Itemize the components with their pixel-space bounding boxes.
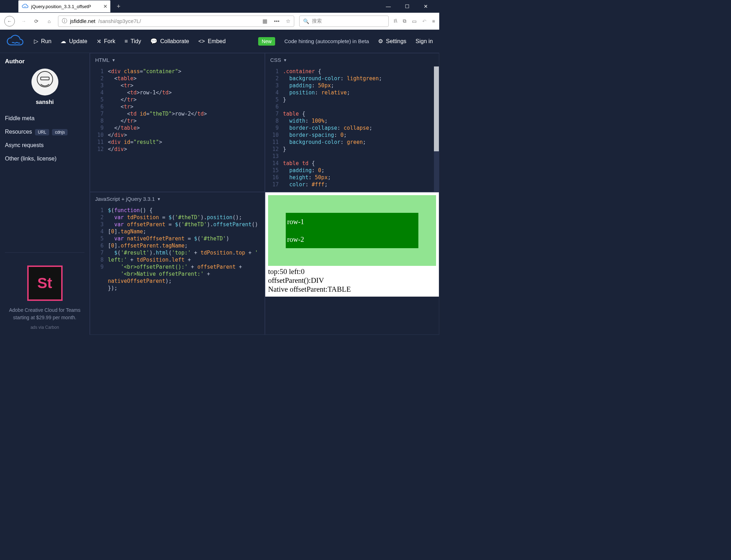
library-icon[interactable]: ⫴\: [394, 18, 397, 24]
browser-chrome: jQuery.position_3.3.1_offsetP ✕ + — ☐ ✕ …: [0, 0, 439, 30]
more-icon[interactable]: •••: [274, 18, 279, 24]
author-name[interactable]: sanshi: [5, 99, 85, 105]
back-button[interactable]: ←: [4, 16, 15, 27]
table-cell: row-1: [286, 213, 418, 231]
url-host: jsfiddle.net: [70, 18, 95, 24]
chevron-down-icon: ▼: [283, 58, 287, 62]
result-container: row-1 row-2: [268, 195, 436, 266]
embed-button[interactable]: <>Embed: [198, 38, 226, 45]
sidebar-resources[interactable]: Resources URL cdnjs: [5, 125, 85, 139]
svg-point-0: [24, 6, 25, 7]
fork-icon: ⤨: [97, 38, 101, 45]
svg-point-2: [31, 69, 58, 95]
search-placeholder: 搜索: [312, 18, 322, 24]
ad-tile[interactable]: St: [27, 266, 63, 301]
js-editor[interactable]: 123456789 $(function() { var tdPosition …: [90, 205, 265, 334]
result-table: row-1 row-2: [286, 213, 418, 248]
ad-via[interactable]: ads via Carbon: [5, 325, 85, 330]
result-panel: row-1 row-2 top:50 left:0 offsetParent()…: [265, 192, 439, 335]
jsfiddle-logo[interactable]: [6, 34, 25, 48]
forward-button[interactable]: →: [20, 17, 28, 25]
author-heading: Author: [5, 58, 85, 65]
collaborate-button[interactable]: 💬Collaborate: [150, 38, 189, 45]
ad-copy[interactable]: Adobe Creative Cloud for Teams starting …: [5, 307, 85, 321]
bookmark-star-icon[interactable]: ☆: [286, 18, 290, 24]
qr-icon[interactable]: ▦: [262, 18, 267, 24]
js-panel-header[interactable]: JavaScript + jQuery 3.3.1▼: [90, 192, 265, 205]
search-icon: 🔍: [303, 18, 309, 24]
fork-button[interactable]: ⤨Fork: [97, 38, 115, 45]
avatar[interactable]: [31, 69, 58, 95]
css-editor[interactable]: 1234567891011121314151617 .container { b…: [265, 66, 439, 192]
chat-icon: 💬: [150, 38, 157, 45]
settings-button[interactable]: ⚙Settings: [378, 38, 406, 45]
screenshot-icon[interactable]: ⧉: [403, 18, 406, 24]
table-cell: row-2: [286, 231, 418, 248]
js-panel: JavaScript + jQuery 3.3.1▼ 123456789 $(f…: [90, 192, 265, 335]
result-output: row-1 row-2 top:50 left:0 offsetParent()…: [265, 192, 439, 297]
menu-icon[interactable]: ≡: [432, 18, 435, 24]
sidebar-fiddle-meta[interactable]: Fiddle meta: [5, 112, 85, 125]
cloud-up-icon: ☁: [60, 38, 66, 45]
close-window-icon[interactable]: ✕: [424, 4, 428, 9]
cloud-icon: [22, 4, 28, 9]
css-panel: CSS▼ 1234567891011121314151617 .containe…: [265, 53, 439, 192]
result-text: top:50 left:0 offsetParent():DIV Native …: [268, 267, 436, 294]
embed-icon: <>: [198, 38, 205, 45]
url-pill[interactable]: URL: [35, 129, 49, 135]
url-bar-row: ← → ⟳ ⌂ ⓘ jsfiddle.net/sanshi/qp3yce7L/ …: [0, 13, 439, 30]
css-panel-header[interactable]: CSS▼: [265, 53, 439, 66]
ad-region: St Adobe Creative Cloud for Teams starti…: [5, 252, 85, 330]
active-tab[interactable]: jQuery.position_3.3.1_offsetP ✕: [18, 0, 110, 12]
play-icon: ▷: [34, 38, 38, 45]
sliders-icon: ⚙: [378, 38, 383, 45]
home-button[interactable]: ⌂: [45, 17, 53, 25]
app-toolbar: ▷Run ☁Update ⤨Fork ≡Tidy 💬Collaborate <>…: [0, 30, 439, 53]
maximize-icon[interactable]: ☐: [405, 4, 410, 9]
chevron-down-icon: ▼: [112, 58, 116, 62]
code-hinting-link[interactable]: Code hinting (autocomplete) in Beta: [284, 38, 369, 44]
scrollbar-thumb[interactable]: [434, 66, 439, 151]
minimize-icon[interactable]: —: [386, 4, 391, 9]
tidy-icon: ≡: [124, 38, 128, 45]
new-pill: New: [258, 37, 275, 46]
url-input[interactable]: ⓘ jsfiddle.net/sanshi/qp3yce7L/ ▦ ••• ☆: [58, 16, 294, 27]
signin-button[interactable]: Sign in: [416, 38, 433, 45]
sidebar: Author sanshi Fiddle meta Resources URL …: [0, 53, 90, 335]
sidebar-other[interactable]: Other (links, license): [5, 152, 85, 165]
tab-bar: jQuery.position_3.3.1_offsetP ✕ + — ☐ ✕: [0, 0, 439, 13]
info-icon[interactable]: ⓘ: [62, 18, 67, 24]
tidy-button[interactable]: ≡Tidy: [124, 38, 141, 45]
new-tab-button[interactable]: +: [117, 3, 121, 10]
search-input[interactable]: 🔍 搜索: [299, 16, 389, 27]
undo-icon[interactable]: ↶: [422, 18, 427, 24]
html-editor[interactable]: 123456789101112 <div class="container"> …: [90, 66, 265, 192]
reload-button[interactable]: ⟳: [33, 17, 40, 25]
html-panel-header[interactable]: HTML▼: [90, 53, 265, 66]
cdnjs-pill[interactable]: cdnjs: [52, 129, 68, 135]
run-button[interactable]: ▷Run: [34, 38, 51, 45]
tab-title: jQuery.position_3.3.1_offsetP: [31, 4, 100, 9]
url-path: /sanshi/qp3yce7L/: [98, 18, 141, 24]
sidebar-async[interactable]: Async requests: [5, 139, 85, 152]
chevron-down-icon: ▼: [157, 197, 161, 201]
update-button[interactable]: ☁Update: [60, 38, 87, 45]
reader-icon[interactable]: ▭: [412, 18, 417, 24]
close-icon[interactable]: ✕: [103, 4, 108, 9]
svg-point-1: [25, 6, 26, 7]
html-panel: HTML▼ 123456789101112 <div class="contai…: [90, 53, 265, 192]
